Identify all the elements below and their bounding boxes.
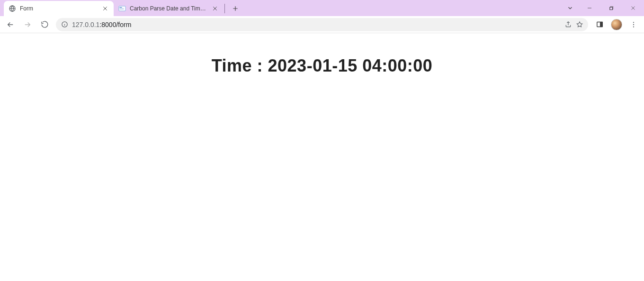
toolbar: 127.0.0.1:8000/form [0,16,644,33]
site-icon [118,5,126,12]
minimize-button[interactable] [579,0,600,16]
new-tab-button[interactable] [229,2,242,15]
address-bar[interactable]: 127.0.0.1:8000/form [56,18,588,31]
forward-button[interactable] [20,17,35,32]
page-content: Time : 2023-01-15 04:00:00 [0,56,644,281]
menu-button[interactable] [626,17,641,32]
share-icon[interactable] [564,21,572,28]
tab-separator [224,4,225,13]
svg-point-16 [633,26,634,27]
profile-button[interactable] [609,17,624,32]
url-port: :8000 [99,21,116,28]
tab-title: Form [20,5,98,12]
close-icon[interactable] [101,5,109,12]
tab-title: Carbon Parse Date and Time In L [130,5,207,12]
tab-carbon-parse[interactable]: Carbon Parse Date and Time In L [114,1,224,16]
info-icon[interactable] [61,21,68,28]
url-path: /form [116,21,131,28]
page-headline: Time : 2023-01-15 04:00:00 [0,56,644,76]
svg-rect-3 [120,8,124,9]
svg-rect-2 [120,7,122,8]
globe-icon [9,5,16,12]
svg-rect-4 [120,9,124,9]
tab-form[interactable]: Form [4,1,114,16]
tab-strip: Form Carbon Parse Date and Time In L [0,0,242,16]
reload-button[interactable] [37,17,52,32]
avatar [611,19,622,30]
svg-rect-13 [600,22,602,27]
svg-point-15 [633,24,634,25]
back-button[interactable] [3,17,18,32]
side-panel-button[interactable] [592,17,607,32]
window-controls [562,0,644,16]
maximize-button[interactable] [600,0,622,16]
bookmark-icon[interactable] [576,21,583,28]
titlebar: Form Carbon Parse Date and Time In L [0,0,644,16]
url-text: 127.0.0.1:8000/form [72,21,131,28]
close-window-button[interactable] [622,0,644,16]
svg-rect-6 [609,7,612,9]
svg-point-14 [633,22,634,23]
close-icon[interactable] [211,5,219,12]
url-host: 127.0.0.1 [72,21,99,28]
search-tabs-button[interactable] [562,0,579,16]
